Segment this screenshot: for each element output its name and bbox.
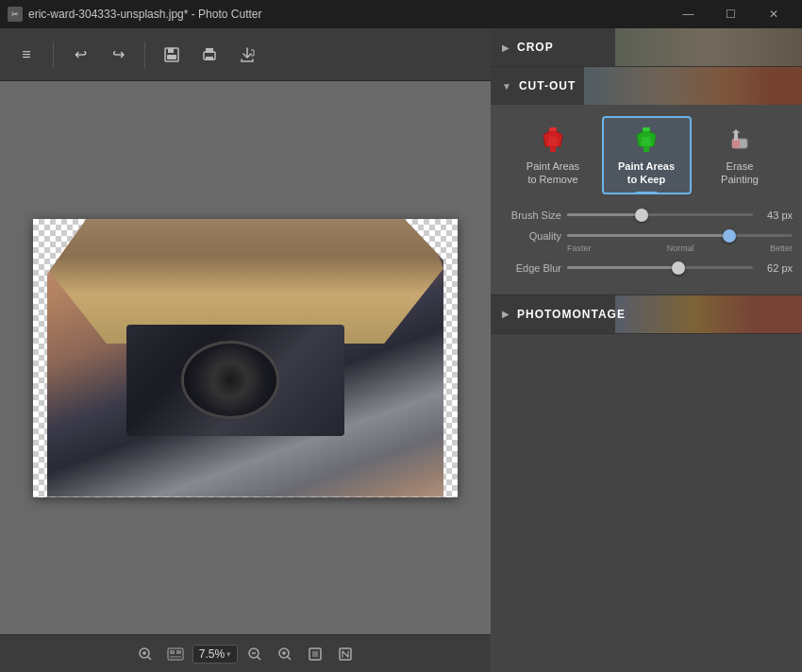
crop-title: CROP [517,41,554,54]
image-content [33,219,458,497]
app-icon: ✂ [8,7,23,22]
quality-labels: Faster Normal Better [500,242,793,253]
paint-remove-icon [540,126,566,156]
quality-slider[interactable] [567,234,793,237]
cutout-arrow: ▼ [502,81,511,92]
titlebar: ✂ eric-ward-304333-unsplash.jpg* - Photo… [0,0,802,28]
svg-marker-27 [547,137,559,146]
svg-marker-31 [641,137,652,146]
svg-rect-25 [550,146,556,152]
crop-arrow: ▶ [502,42,510,53]
photomontage-title: PHOTOMONTAGE [517,308,626,321]
svg-rect-22 [312,651,318,657]
window-title: eric-ward-304333-unsplash.jpg* - Photo C… [28,8,261,21]
quality-label: Quality [500,230,561,242]
svg-rect-26 [549,127,557,131]
window-controls[interactable]: — ☐ ✕ [667,0,794,28]
crop-section-header[interactable]: ▶ CROP [491,28,802,66]
svg-rect-12 [176,650,181,654]
active-indicator [635,192,658,194]
zoom-in-button[interactable] [132,641,159,667]
cutout-content: Paint Areasto Remove Paint Are [491,105,802,294]
normal-label: Normal [667,244,694,253]
zoom-plus-button[interactable] [272,641,298,667]
erase-painting-icon [727,126,753,156]
menu-button[interactable]: ≡ [11,40,42,70]
paint-remove-button[interactable]: Paint Areasto Remove [509,116,598,194]
svg-rect-1 [168,48,174,53]
right-panel: ▶ CROP ▼ CUT-OUT [491,28,802,672]
cutout-section-header[interactable]: ▼ CUT-OUT [491,67,802,105]
zoom-display[interactable]: 7.5% ▾ [192,645,238,664]
quality-thumb[interactable] [723,229,736,243]
svg-line-18 [288,656,292,660]
brush-size-label: Brush Size [500,210,561,221]
edge-blur-thumb[interactable] [672,261,685,275]
maximize-button[interactable]: ☐ [710,0,752,28]
erase-painting-label: ErasePainting [721,160,759,187]
edge-blur-slider[interactable] [567,266,753,269]
person-layer [47,219,443,497]
camera-lens [181,341,279,419]
minimize-button[interactable]: — [667,0,710,28]
edge-blur-row: Edge Blur 62 px [500,262,793,274]
brush-size-slider[interactable] [567,213,753,216]
edge-blur-value: 62 px [759,262,793,274]
svg-line-15 [258,656,261,660]
quality-fill [567,234,729,237]
brush-size-value: 43 px [759,210,793,221]
export-button[interactable] [232,40,262,70]
zoom-out-button[interactable] [242,641,268,667]
svg-rect-5 [206,57,213,60]
svg-rect-34 [734,133,738,141]
erase-painting-button[interactable]: ErasePainting [695,116,785,194]
svg-line-7 [147,656,151,660]
paint-remove-label: Paint Areasto Remove [526,160,579,187]
svg-rect-2 [167,55,176,59]
paint-keep-label: Paint Areasto Keep [618,160,675,187]
cutout-title: CUT-OUT [519,79,576,92]
brush-size-row: Brush Size 43 px [500,210,793,221]
faster-label: Faster [567,244,592,253]
fit-to-window-button[interactable] [302,641,328,667]
svg-marker-35 [732,129,740,133]
quality-top: Quality [500,230,793,242]
photomontage-arrow: ▶ [502,309,510,319]
actual-size-button[interactable] [332,641,359,667]
close-button[interactable]: ✕ [752,0,794,28]
toolbar-separator-1 [53,42,54,68]
canvas-area: ≡ ↩ ↪ [0,28,491,672]
photomontage-section-header[interactable]: ▶ PHOTOMONTAGE [491,295,802,333]
svg-rect-30 [643,127,650,131]
tool-buttons: Paint Areasto Remove Paint Are [500,116,793,194]
edge-blur-fill [567,266,678,269]
toolbar-separator-2 [144,42,145,68]
quality-row: Quality Faster Normal Better [500,230,793,253]
edge-blur-label: Edge Blur [500,262,561,274]
brush-size-thumb[interactable] [635,209,648,222]
paint-keep-button[interactable]: Paint Areasto Keep [602,116,692,194]
thumbnail-icon [162,641,189,667]
paint-keep-icon [633,126,660,156]
print-button[interactable] [194,40,225,70]
canvas-image[interactable] [33,219,458,497]
crop-section: ▶ CROP [491,28,802,67]
camera-layer [126,325,344,436]
svg-rect-11 [170,650,175,654]
svg-rect-4 [206,48,213,53]
photomontage-section: ▶ PHOTOMONTAGE [491,295,802,334]
zoom-dropdown-arrow: ▾ [226,649,231,659]
titlebar-left: ✂ eric-ward-304333-unsplash.jpg* - Photo… [8,7,261,22]
save-button[interactable] [157,40,187,70]
zoom-value: 7.5% [199,647,225,661]
redo-button[interactable]: ↪ [103,40,133,70]
main-layout: ≡ ↩ ↪ [0,28,802,672]
undo-button[interactable]: ↩ [65,40,95,70]
statusbar: 7.5% ▾ [0,634,491,672]
svg-rect-13 [170,656,181,658]
toolbar: ≡ ↩ ↪ [0,28,491,81]
canvas-workspace[interactable] [0,81,491,634]
svg-rect-29 [643,146,649,152]
cutout-section: ▼ CUT-OUT [491,67,802,295]
better-label: Better [770,244,793,253]
